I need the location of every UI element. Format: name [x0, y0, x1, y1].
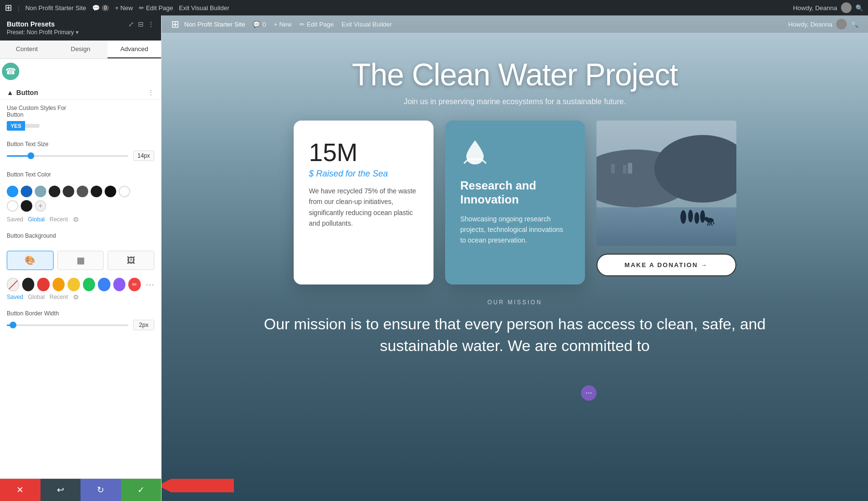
color-palette-row2: +	[0, 200, 161, 215]
bg-color-option[interactable]: 🎨	[7, 251, 54, 270]
border-width-value[interactable]: 2px	[133, 320, 154, 330]
saved-label-2: Saved	[7, 294, 23, 300]
new-link[interactable]: + New	[115, 4, 133, 12]
color-swatch-dark4[interactable]	[91, 186, 102, 197]
text-size-thumb[interactable]	[27, 152, 34, 159]
bc-purple[interactable]	[113, 278, 126, 291]
columns-icon[interactable]: ⊟	[138, 20, 144, 28]
text-color-label: Button Text Color	[7, 171, 154, 178]
bc-red[interactable]	[37, 278, 50, 291]
color-swatch-white2[interactable]	[7, 200, 18, 212]
save-button[interactable]: ✓	[121, 479, 162, 501]
mission-text: Our mission is to ensure that every pers…	[239, 313, 791, 357]
more-icon[interactable]: ⋮	[148, 20, 154, 28]
hero-title: The Clean Water Project	[181, 57, 849, 93]
more-dots[interactable]: ⋯	[144, 279, 154, 290]
color-swatch-light-blue-gray[interactable]	[35, 186, 46, 197]
section-title: ▲ Button	[7, 89, 38, 96]
bc-blue[interactable]	[98, 278, 110, 291]
site-edit-link[interactable]: ✏ Edit Page	[299, 21, 334, 28]
bg-gradient-option[interactable]: ▦	[57, 251, 104, 270]
left-panel: Button Presets ⤢ ⊟ ⋮ Preset: Non Profit …	[0, 15, 162, 501]
bottom-action-bar: ✕ ↩ ↻ ✓	[0, 478, 161, 501]
donate-button[interactable]: MAKE A DONATION →	[597, 254, 736, 276]
add-color-button[interactable]: +	[35, 200, 46, 212]
user-avatar	[841, 2, 852, 13]
redo-button[interactable]: ↻	[81, 479, 121, 501]
color-swatch-dark1[interactable]	[49, 186, 60, 197]
panel-subtitle: Preset: Non Profit Primary ▾	[7, 29, 154, 36]
cancel-button[interactable]: ✕	[0, 479, 41, 501]
panel-tabs: Content Design Advanced	[0, 41, 161, 59]
tab-content[interactable]: Content	[0, 41, 54, 58]
arrow-indicator	[162, 479, 234, 492]
bc-black[interactable]	[22, 278, 35, 291]
tab-advanced[interactable]: Advanced	[108, 41, 161, 58]
color-swatch-dark5[interactable]	[105, 186, 116, 197]
card-teal-text: Showcasing ongoing research projects, te…	[461, 214, 570, 246]
color-swatch-dark6[interactable]	[21, 200, 32, 212]
text-size-field: Button Text Size 14px	[0, 136, 161, 166]
card-photo: MAKE A DONATION →	[597, 121, 736, 276]
color-palette-row1	[0, 186, 161, 200]
site-new-link[interactable]: + New	[274, 21, 292, 28]
text-size-value[interactable]: 14px	[133, 150, 154, 161]
svg-rect-6	[628, 163, 632, 174]
bc-orange[interactable]	[53, 278, 65, 291]
site-name-link[interactable]: Non Profit Starter Site	[25, 4, 86, 12]
bc-pencil[interactable]: ✏	[128, 278, 141, 291]
site-howdy: Howdy, Deanna	[788, 21, 832, 28]
topbar-right: Howdy, Deanna 🔍	[793, 2, 863, 13]
border-width-thumb[interactable]	[10, 322, 16, 328]
toggle-yes[interactable]: YES	[7, 121, 25, 131]
global-label-2[interactable]: Global	[28, 294, 45, 300]
site-edit-icon: ✏	[299, 21, 305, 28]
recent-label: Recent	[50, 216, 68, 223]
toggle-no[interactable]	[25, 124, 40, 128]
svg-point-10	[694, 212, 699, 224]
maximize-icon[interactable]: ⤢	[128, 20, 134, 28]
site-topbar: ⊞ Non Profit Starter Site 💬 0 + New ✏ Ed…	[162, 15, 868, 33]
border-width-track[interactable]	[7, 325, 128, 326]
color-swatch-blue-active[interactable]	[7, 186, 18, 197]
card-teal-title: Research and Innovation	[461, 179, 570, 207]
border-width-label: Button Border Width	[7, 310, 154, 317]
mission-section: OUR MISSION Our mission is to ensure tha…	[162, 284, 868, 366]
bg-image-option[interactable]: 🖼	[108, 251, 154, 270]
bg-options: 🎨 ▦ 🖼	[0, 247, 161, 274]
site-search-icon[interactable]: 🔍	[851, 21, 858, 28]
green-circle-button[interactable]: ☎	[2, 63, 19, 80]
bc-green[interactable]	[83, 278, 95, 291]
text-size-track[interactable]	[7, 155, 128, 157]
section-more-icon[interactable]: ⋮	[148, 89, 154, 96]
collapse-icon[interactable]: ▲	[7, 89, 14, 96]
site-comment-link[interactable]: 💬 0	[253, 21, 266, 28]
panel-header: Button Presets ⤢ ⊟ ⋮ Preset: Non Profit …	[0, 15, 161, 41]
bc-yellow[interactable]	[68, 278, 80, 291]
button-bg-field: Button Background	[0, 228, 161, 247]
svg-rect-3	[611, 164, 615, 174]
settings-icon[interactable]: ⚙	[73, 216, 79, 223]
undo-button[interactable]: ↩	[41, 479, 81, 501]
image-icon: 🖼	[127, 256, 136, 266]
settings-icon-2[interactable]: ⚙	[73, 293, 79, 301]
global-label[interactable]: Global	[28, 216, 45, 223]
edit-page-link[interactable]: ✏ Edit Page	[139, 4, 173, 12]
bottom-color-row: ✏ ⋯	[0, 274, 161, 292]
no-color-swatch[interactable]	[7, 278, 19, 291]
site-exit-link[interactable]: Exit Visual Builder	[341, 21, 392, 28]
color-swatch-white[interactable]	[119, 186, 130, 197]
color-swatch-dark3[interactable]	[77, 186, 88, 197]
search-icon[interactable]: 🔍	[855, 4, 863, 12]
main-layout: Button Presets ⤢ ⊟ ⋮ Preset: Non Profit …	[0, 15, 868, 501]
color-swatch-dark-blue[interactable]	[21, 186, 32, 197]
custom-styles-toggle[interactable]: YES	[7, 121, 154, 131]
color-swatch-dark2[interactable]	[63, 186, 74, 197]
chat-bubble[interactable]: ⋯	[581, 385, 597, 401]
tab-design[interactable]: Design	[54, 41, 107, 58]
exit-builder-link[interactable]: Exit Visual Builder	[179, 4, 230, 12]
comment-icon: 💬	[92, 4, 100, 12]
comments-link[interactable]: 💬 0	[92, 4, 109, 12]
text-size-label: Button Text Size	[7, 141, 154, 148]
card-stat: 15M	[309, 138, 418, 167]
